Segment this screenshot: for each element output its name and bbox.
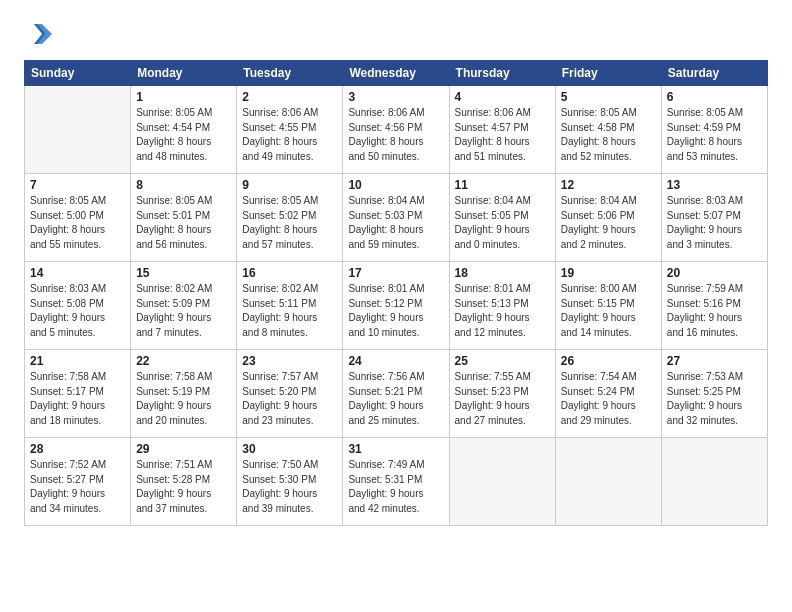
calendar-cell: 12Sunrise: 8:04 AM Sunset: 5:06 PM Dayli… — [555, 174, 661, 262]
calendar-cell: 18Sunrise: 8:01 AM Sunset: 5:13 PM Dayli… — [449, 262, 555, 350]
day-info: Sunrise: 7:49 AM Sunset: 5:31 PM Dayligh… — [348, 458, 443, 516]
weekday-header-monday: Monday — [131, 61, 237, 86]
day-number: 7 — [30, 178, 125, 192]
day-number: 24 — [348, 354, 443, 368]
calendar-header: SundayMondayTuesdayWednesdayThursdayFrid… — [25, 61, 768, 86]
calendar-cell: 9Sunrise: 8:05 AM Sunset: 5:02 PM Daylig… — [237, 174, 343, 262]
calendar-cell — [661, 438, 767, 526]
day-number: 6 — [667, 90, 762, 104]
day-number: 29 — [136, 442, 231, 456]
calendar-cell — [449, 438, 555, 526]
calendar-cell: 24Sunrise: 7:56 AM Sunset: 5:21 PM Dayli… — [343, 350, 449, 438]
day-number: 17 — [348, 266, 443, 280]
day-number: 4 — [455, 90, 550, 104]
day-number: 30 — [242, 442, 337, 456]
day-info: Sunrise: 8:01 AM Sunset: 5:13 PM Dayligh… — [455, 282, 550, 340]
calendar-cell: 23Sunrise: 7:57 AM Sunset: 5:20 PM Dayli… — [237, 350, 343, 438]
calendar-cell: 30Sunrise: 7:50 AM Sunset: 5:30 PM Dayli… — [237, 438, 343, 526]
day-info: Sunrise: 8:05 AM Sunset: 5:00 PM Dayligh… — [30, 194, 125, 252]
day-number: 14 — [30, 266, 125, 280]
day-info: Sunrise: 7:56 AM Sunset: 5:21 PM Dayligh… — [348, 370, 443, 428]
day-number: 16 — [242, 266, 337, 280]
calendar-cell: 6Sunrise: 8:05 AM Sunset: 4:59 PM Daylig… — [661, 86, 767, 174]
weekday-header-tuesday: Tuesday — [237, 61, 343, 86]
weekday-header-wednesday: Wednesday — [343, 61, 449, 86]
calendar-cell: 8Sunrise: 8:05 AM Sunset: 5:01 PM Daylig… — [131, 174, 237, 262]
weekday-row: SundayMondayTuesdayWednesdayThursdayFrid… — [25, 61, 768, 86]
calendar-cell: 3Sunrise: 8:06 AM Sunset: 4:56 PM Daylig… — [343, 86, 449, 174]
day-info: Sunrise: 7:57 AM Sunset: 5:20 PM Dayligh… — [242, 370, 337, 428]
calendar-cell: 14Sunrise: 8:03 AM Sunset: 5:08 PM Dayli… — [25, 262, 131, 350]
day-number: 3 — [348, 90, 443, 104]
day-number: 20 — [667, 266, 762, 280]
weekday-header-friday: Friday — [555, 61, 661, 86]
day-number: 11 — [455, 178, 550, 192]
day-number: 18 — [455, 266, 550, 280]
day-info: Sunrise: 7:59 AM Sunset: 5:16 PM Dayligh… — [667, 282, 762, 340]
calendar-cell: 16Sunrise: 8:02 AM Sunset: 5:11 PM Dayli… — [237, 262, 343, 350]
calendar-cell — [555, 438, 661, 526]
week-row-2: 7Sunrise: 8:05 AM Sunset: 5:00 PM Daylig… — [25, 174, 768, 262]
day-info: Sunrise: 8:01 AM Sunset: 5:12 PM Dayligh… — [348, 282, 443, 340]
calendar-cell: 25Sunrise: 7:55 AM Sunset: 5:23 PM Dayli… — [449, 350, 555, 438]
day-number: 8 — [136, 178, 231, 192]
day-info: Sunrise: 8:06 AM Sunset: 4:57 PM Dayligh… — [455, 106, 550, 164]
calendar-cell — [25, 86, 131, 174]
day-number: 2 — [242, 90, 337, 104]
day-number: 19 — [561, 266, 656, 280]
day-number: 5 — [561, 90, 656, 104]
day-info: Sunrise: 8:05 AM Sunset: 5:02 PM Dayligh… — [242, 194, 337, 252]
day-info: Sunrise: 7:52 AM Sunset: 5:27 PM Dayligh… — [30, 458, 125, 516]
calendar-cell: 10Sunrise: 8:04 AM Sunset: 5:03 PM Dayli… — [343, 174, 449, 262]
calendar-cell: 17Sunrise: 8:01 AM Sunset: 5:12 PM Dayli… — [343, 262, 449, 350]
day-number: 31 — [348, 442, 443, 456]
calendar-cell: 15Sunrise: 8:02 AM Sunset: 5:09 PM Dayli… — [131, 262, 237, 350]
day-number: 9 — [242, 178, 337, 192]
calendar-cell: 20Sunrise: 7:59 AM Sunset: 5:16 PM Dayli… — [661, 262, 767, 350]
page: SundayMondayTuesdayWednesdayThursdayFrid… — [0, 0, 792, 542]
day-info: Sunrise: 8:03 AM Sunset: 5:08 PM Dayligh… — [30, 282, 125, 340]
day-info: Sunrise: 8:04 AM Sunset: 5:06 PM Dayligh… — [561, 194, 656, 252]
day-number: 10 — [348, 178, 443, 192]
day-info: Sunrise: 8:05 AM Sunset: 5:01 PM Dayligh… — [136, 194, 231, 252]
calendar-cell: 22Sunrise: 7:58 AM Sunset: 5:19 PM Dayli… — [131, 350, 237, 438]
calendar-cell: 31Sunrise: 7:49 AM Sunset: 5:31 PM Dayli… — [343, 438, 449, 526]
day-info: Sunrise: 7:55 AM Sunset: 5:23 PM Dayligh… — [455, 370, 550, 428]
day-info: Sunrise: 8:02 AM Sunset: 5:09 PM Dayligh… — [136, 282, 231, 340]
week-row-3: 14Sunrise: 8:03 AM Sunset: 5:08 PM Dayli… — [25, 262, 768, 350]
day-info: Sunrise: 7:54 AM Sunset: 5:24 PM Dayligh… — [561, 370, 656, 428]
day-info: Sunrise: 8:06 AM Sunset: 4:56 PM Dayligh… — [348, 106, 443, 164]
calendar-cell: 11Sunrise: 8:04 AM Sunset: 5:05 PM Dayli… — [449, 174, 555, 262]
day-info: Sunrise: 7:51 AM Sunset: 5:28 PM Dayligh… — [136, 458, 231, 516]
day-number: 26 — [561, 354, 656, 368]
day-info: Sunrise: 8:05 AM Sunset: 4:54 PM Dayligh… — [136, 106, 231, 164]
day-number: 12 — [561, 178, 656, 192]
weekday-header-saturday: Saturday — [661, 61, 767, 86]
calendar-cell: 2Sunrise: 8:06 AM Sunset: 4:55 PM Daylig… — [237, 86, 343, 174]
calendar-cell: 28Sunrise: 7:52 AM Sunset: 5:27 PM Dayli… — [25, 438, 131, 526]
day-info: Sunrise: 8:05 AM Sunset: 4:59 PM Dayligh… — [667, 106, 762, 164]
day-info: Sunrise: 7:50 AM Sunset: 5:30 PM Dayligh… — [242, 458, 337, 516]
day-info: Sunrise: 7:53 AM Sunset: 5:25 PM Dayligh… — [667, 370, 762, 428]
day-number: 1 — [136, 90, 231, 104]
weekday-header-thursday: Thursday — [449, 61, 555, 86]
logo-icon — [24, 20, 52, 48]
day-number: 21 — [30, 354, 125, 368]
calendar-cell: 26Sunrise: 7:54 AM Sunset: 5:24 PM Dayli… — [555, 350, 661, 438]
header — [24, 20, 768, 48]
day-info: Sunrise: 8:04 AM Sunset: 5:05 PM Dayligh… — [455, 194, 550, 252]
day-number: 25 — [455, 354, 550, 368]
weekday-header-sunday: Sunday — [25, 61, 131, 86]
day-number: 27 — [667, 354, 762, 368]
day-info: Sunrise: 7:58 AM Sunset: 5:19 PM Dayligh… — [136, 370, 231, 428]
week-row-4: 21Sunrise: 7:58 AM Sunset: 5:17 PM Dayli… — [25, 350, 768, 438]
calendar-cell: 29Sunrise: 7:51 AM Sunset: 5:28 PM Dayli… — [131, 438, 237, 526]
week-row-5: 28Sunrise: 7:52 AM Sunset: 5:27 PM Dayli… — [25, 438, 768, 526]
calendar-cell: 4Sunrise: 8:06 AM Sunset: 4:57 PM Daylig… — [449, 86, 555, 174]
calendar-cell: 21Sunrise: 7:58 AM Sunset: 5:17 PM Dayli… — [25, 350, 131, 438]
calendar-body: 1Sunrise: 8:05 AM Sunset: 4:54 PM Daylig… — [25, 86, 768, 526]
day-info: Sunrise: 7:58 AM Sunset: 5:17 PM Dayligh… — [30, 370, 125, 428]
day-info: Sunrise: 8:05 AM Sunset: 4:58 PM Dayligh… — [561, 106, 656, 164]
day-number: 28 — [30, 442, 125, 456]
day-info: Sunrise: 8:02 AM Sunset: 5:11 PM Dayligh… — [242, 282, 337, 340]
